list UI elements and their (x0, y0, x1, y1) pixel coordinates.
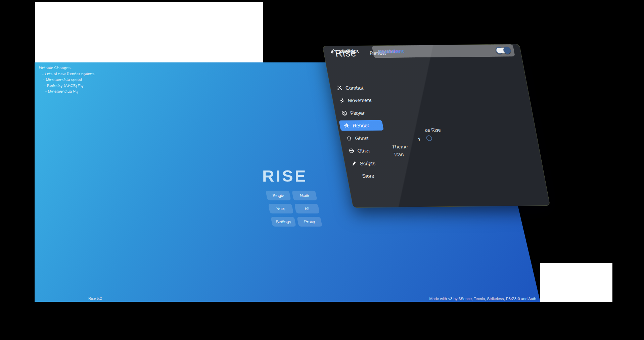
brush-icon (351, 161, 357, 166)
toggle-knob (503, 47, 511, 54)
notable-changes-title: Notable Changes: (39, 65, 94, 71)
radio-circle[interactable] (426, 135, 432, 141)
sidebar-item-label: Ghost (355, 135, 369, 141)
changelog-line: - Minemenclub speed (41, 77, 96, 83)
ghost-icon (346, 136, 353, 141)
sidebar-item-label: Scripts (359, 160, 376, 166)
sidebar-item-movement[interactable]: Movement (334, 95, 379, 106)
changelog-line: - Lots of new Render options (40, 71, 95, 77)
sidebar-item-label: Store (362, 173, 375, 179)
sidebar-item-label: Statistics (338, 48, 359, 54)
sidebar-item-statistics[interactable]: i Statistics (325, 46, 370, 57)
runner-icon (338, 98, 345, 103)
sidebar-item-player[interactable]: Player (336, 108, 381, 118)
info-i-icon: i (329, 49, 336, 54)
sidebar-item-label: Player (350, 110, 365, 116)
changelog-line: - Redesky (AAC5) Fly (42, 83, 97, 89)
ellipsis-circle-icon (348, 148, 355, 154)
sidebar-item-combat[interactable]: Combat (332, 83, 377, 93)
white-overlay-box-bottom-right (540, 263, 612, 302)
changelog-line: - Minemenclub Fly (43, 89, 98, 95)
contrast-sun-icon (343, 123, 350, 129)
settings-button[interactable]: Settings (271, 217, 296, 227)
sidebar-item-label: Render (352, 123, 370, 129)
sidebar-item-scripts[interactable]: Scripts (346, 158, 391, 169)
transparency-partial-label: Tran (393, 151, 404, 157)
white-overlay-box-top-left (35, 2, 263, 62)
module-toggle[interactable] (496, 48, 510, 53)
sidebar-item-other[interactable]: Other (343, 145, 388, 156)
theme-setting-label: Theme (392, 144, 408, 149)
module-row-animations[interactable]: Animations (372, 44, 515, 58)
multiplayer-button[interactable]: Multi (292, 191, 317, 200)
version-label: Rise 5.2 (88, 296, 102, 300)
proxy-button[interactable]: Proxy (297, 217, 322, 227)
no-icon (353, 173, 360, 179)
sidebar-item-label: Movement (347, 97, 372, 103)
sidebar-item-ghost[interactable]: Ghost (341, 133, 386, 144)
clickgui-panel: Rise Render Combat Movement Player Rende… (322, 44, 550, 208)
main-menu-buttons: Single Multi Vers Alt Settings Proxy (266, 191, 322, 227)
sidebar-item-render[interactable]: Render (339, 120, 384, 131)
sidebar-item-label: Other (357, 148, 371, 153)
theme-dropdown-partial-text: ue Rise (424, 127, 442, 133)
module-label: Animations (377, 49, 405, 55)
credits-label: Made with <3 by 6Sence, Tecnio, Strikele… (429, 297, 536, 301)
alt-manager-button[interactable]: Alt (294, 204, 320, 213)
notable-changes: Notable Changes: - Lots of new Render op… (39, 65, 98, 95)
sidebar-item-store[interactable]: Store (349, 171, 394, 181)
sidebar-item-label: Combat (345, 85, 364, 91)
partial-letter: y (417, 136, 421, 141)
singleplayer-button[interactable]: Single (266, 191, 291, 200)
crossed-swords-icon (336, 85, 343, 91)
rise-logo: RISE (262, 166, 307, 185)
person-circle-icon (341, 110, 348, 116)
versions-button[interactable]: Vers (268, 204, 294, 213)
